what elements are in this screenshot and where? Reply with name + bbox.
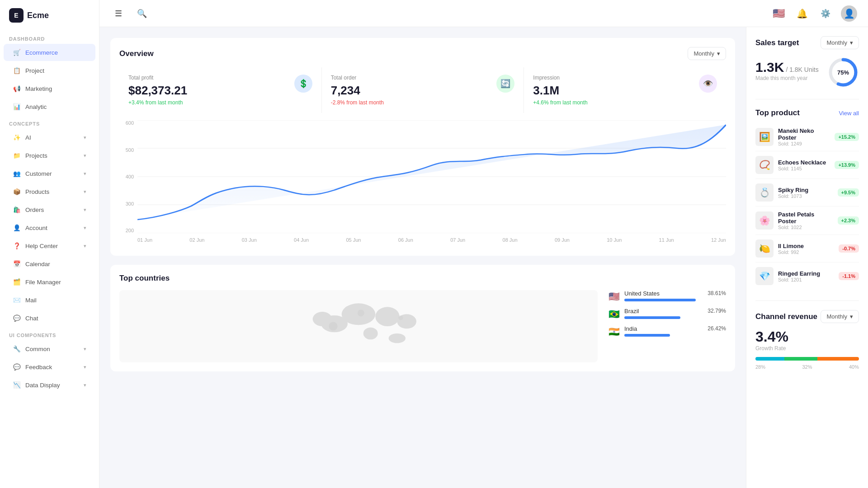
chevron-down-icon: ▾ (850, 313, 853, 320)
sidebar-item-common[interactable]: 🔧 Common ▾ (4, 340, 95, 357)
sidebar-item-data-display[interactable]: 📉 Data Display ▾ (4, 376, 95, 394)
chevron-down-icon: ▾ (84, 382, 86, 388)
overview-card: Overview Monthly ▾ Total profit $82,373.… (110, 38, 735, 256)
country-name: India (624, 325, 708, 332)
country-name: Brazil (624, 308, 708, 314)
channel-revenue-header: Channel revenue Monthly ▾ (755, 310, 859, 323)
br-flag: 🇧🇷 (609, 309, 620, 319)
top-countries-header: Top countries (119, 274, 726, 283)
marketing-icon: 📢 (13, 84, 21, 93)
sidebar-item-products[interactable]: 📦 Products ▾ (4, 183, 95, 200)
sidebar-item-help-center[interactable]: ❓ Help Center ▾ (4, 237, 95, 254)
sales-value-row: 1.3K / 1.8K Units (755, 60, 819, 75)
sidebar-item-account[interactable]: 👤 Account ▾ (4, 219, 95, 236)
view-all-button[interactable]: View all (839, 110, 859, 117)
svg-point-10 (363, 328, 378, 340)
sidebar-item-orders[interactable]: 🛍️ Orders ▾ (4, 201, 95, 218)
product-sold: Sold: 1249 (778, 141, 830, 146)
line-chart-svg (137, 120, 726, 233)
sidebar-item-label: Feedback (25, 364, 79, 371)
sidebar-item-label: Products (25, 188, 79, 195)
country-pct: 26.42% (708, 325, 726, 332)
chevron-down-icon: ▾ (850, 39, 853, 46)
settings-icon[interactable]: ⚙️ (817, 5, 834, 22)
concepts-section-label: CONCEPTS (0, 116, 99, 128)
sidebar-item-marketing[interactable]: 📢 Marketing (4, 80, 95, 97)
channel-growth-value-area: 3.4% Growth Rate (755, 328, 788, 352)
overview-dropdown[interactable]: Monthly ▾ (688, 47, 726, 60)
sidebar-item-label: Projects (25, 152, 79, 159)
product-name: Il Limone (778, 243, 834, 249)
product-badge: +15.2% (835, 133, 859, 141)
sidebar-item-analytic[interactable]: 📊 Analytic (4, 98, 95, 115)
main-area: ☰ 🔍 🇺🇸 🔔 ⚙️ 👤 Overview Monthly ▾ (99, 0, 868, 488)
sidebar-item-ai[interactable]: ✨ AI ▾ (4, 129, 95, 146)
products-icon: 📦 (13, 188, 21, 196)
channel-growth-label: Growth Rate (755, 345, 788, 352)
channel-revenue-dropdown[interactable]: Monthly ▾ (821, 310, 859, 323)
sidebar-item-label: AI (25, 134, 79, 141)
channel-bar (755, 357, 859, 361)
sidebar-item-chat[interactable]: 💬 Chat (4, 310, 95, 327)
product-sold: Sold: 992 (778, 249, 834, 255)
channel-growth-value: 3.4% (755, 328, 788, 345)
sidebar-item-label: Common (25, 346, 79, 352)
product-item: 💍 Spiky Ring Sold: 1073 +9.5% (755, 179, 859, 206)
file-manager-icon: 🗂️ (13, 278, 21, 286)
flag-icon[interactable]: 🇺🇸 (770, 5, 787, 22)
sidebar-item-label: Mail (25, 297, 86, 304)
product-sold: Sold: 1073 (778, 193, 833, 199)
user-avatar[interactable]: 👤 (841, 5, 857, 22)
chart-y-labels: 600 500 400 300 200 (119, 120, 137, 233)
chevron-down-icon: ▾ (84, 189, 86, 195)
product-info: Spiky Ring Sold: 1073 (778, 187, 833, 199)
world-map (119, 290, 598, 362)
content-area: Overview Monthly ▾ Total profit $82,373.… (99, 27, 868, 488)
menu-button[interactable]: ☰ (110, 5, 127, 22)
sidebar-item-project[interactable]: 📋 Project (4, 62, 95, 79)
order-icon: 🔄 (496, 75, 514, 93)
sidebar-item-label: Customer (25, 170, 79, 177)
overview-stats: Total profit $82,373.21 +3.4% from last … (119, 67, 726, 113)
dashboard-section-label: DASHBOARD (0, 31, 99, 43)
sidebar-item-calendar[interactable]: 📅 Calendar (4, 255, 95, 272)
logo-text: Ecme (27, 11, 49, 20)
sales-total: / 1.8K Units (786, 66, 818, 73)
search-button[interactable]: 🔍 (134, 5, 150, 22)
sidebar-item-projects[interactable]: 📁 Projects ▾ (4, 147, 95, 164)
topbar: ☰ 🔍 🇺🇸 🔔 ⚙️ 👤 (99, 0, 868, 27)
channel-bar-segment (755, 357, 784, 361)
sidebar-item-file-manager[interactable]: 🗂️ File Manager (4, 273, 95, 291)
sidebar-item-feedback[interactable]: 💬 Feedback ▾ (4, 358, 95, 375)
sidebar-item-ecommerce[interactable]: 🛒 Ecommerce (4, 44, 95, 61)
sidebar-item-label: Analytic (25, 103, 86, 110)
product-thumb: 🍋 (755, 239, 774, 258)
chat-icon: 💬 (13, 314, 21, 322)
product-info: Maneki Neko Poster Sold: 1249 (778, 127, 830, 146)
country-bar (624, 299, 696, 301)
product-badge: +9.5% (838, 188, 859, 197)
sales-target-dropdown[interactable]: Monthly ▾ (821, 36, 859, 49)
chevron-down-icon: ▾ (84, 346, 86, 352)
country-pct: 32.79% (708, 308, 726, 314)
svg-point-11 (389, 333, 406, 343)
product-item: 🖼️ Maneki Neko Poster Sold: 1249 +15.2% (755, 123, 859, 151)
svg-point-8 (375, 307, 399, 326)
sidebar-item-label: Calendar (25, 261, 86, 267)
stat-value: 3.1M (533, 84, 587, 98)
top-countries-title: Top countries (119, 274, 170, 283)
overview-card-header: Overview Monthly ▾ (119, 47, 726, 60)
stat-impression: Impression 3.1M +4.6% from last month 👁️ (524, 67, 726, 113)
chevron-down-icon: ▾ (84, 135, 86, 141)
sidebar-item-customer[interactable]: 👥 Customer ▾ (4, 165, 95, 182)
product-item: 🌸 Pastel Petals Poster Sold: 1022 +2.3% (755, 206, 859, 235)
sales-target-value-area: 1.3K / 1.8K Units Made this month year (755, 60, 819, 85)
sidebar-item-mail[interactable]: ✉️ Mail (4, 291, 95, 309)
orders-icon: 🛍️ (13, 206, 21, 214)
ecommerce-icon: 🛒 (13, 48, 21, 56)
product-badge: -0.7% (839, 244, 859, 253)
product-thumb: 📿 (755, 156, 774, 174)
sales-target-body: 1.3K / 1.8K Units Made this month year 7… (755, 56, 859, 88)
notification-icon[interactable]: 🔔 (794, 5, 810, 22)
stat-change: -2.8% from last month (331, 99, 384, 106)
